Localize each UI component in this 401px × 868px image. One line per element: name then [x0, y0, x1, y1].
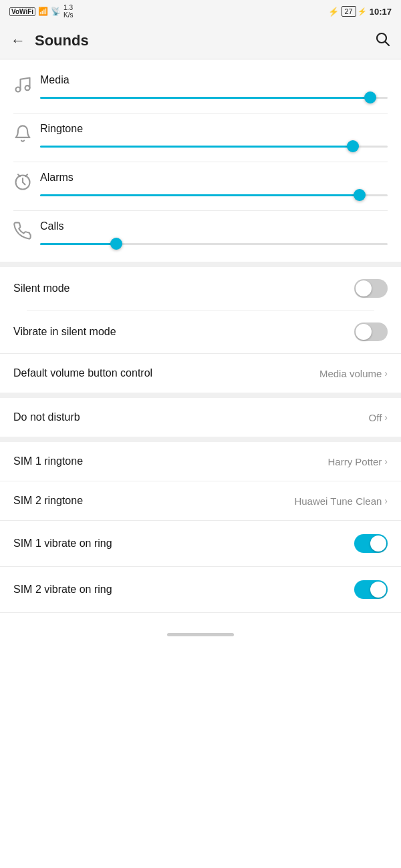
vibrate-silent-row[interactable]: Vibrate in silent mode — [13, 310, 388, 353]
charging-icon: ⚡ — [358, 7, 367, 16]
back-button[interactable]: ← — [11, 32, 25, 49]
silent-mode-row[interactable]: Silent mode — [13, 267, 388, 310]
sim2-vibrate-row[interactable]: SIM 2 vibrate on ring — [0, 567, 401, 613]
sim2-vibrate-label: SIM 2 vibrate on ring — [13, 584, 112, 596]
sim2-ringtone-row[interactable]: SIM 2 ringtone Huawei Tune Clean › — [0, 481, 401, 521]
sim2-ringtone-label: SIM 2 ringtone — [13, 495, 83, 507]
media-volume-item: Media — [0, 65, 401, 113]
vibrate-silent-label: Vibrate in silent mode — [13, 326, 116, 338]
volume-section: Media Ringtone — [0, 59, 401, 262]
status-left: VoWiFi 📶 📡 1.3K/s — [9, 4, 74, 19]
do-not-disturb-row[interactable]: Do not disturb Off › — [0, 398, 401, 437]
page-title: Sounds — [35, 32, 374, 49]
volume-button-value: Media volume › — [319, 368, 388, 379]
music-note-icon — [13, 75, 40, 97]
do-not-disturb-label: Do not disturb — [13, 411, 80, 423]
svg-point-3 — [25, 85, 30, 90]
ringtone-label: Ringtone — [40, 123, 388, 135]
alarms-thumb[interactable] — [354, 189, 366, 201]
sim1-ringtone-label: SIM 1 ringtone — [13, 455, 83, 467]
battery-level: 27 — [342, 6, 356, 17]
home-bar — [167, 633, 234, 636]
signal-icon: 📶 — [38, 7, 48, 16]
status-right: ⚡ 27 ⚡ 10:17 — [328, 6, 392, 17]
search-icon — [374, 31, 390, 47]
section-divider-2 — [0, 393, 401, 398]
alarms-track — [40, 194, 388, 196]
chevron-icon-4: › — [384, 495, 388, 506]
ringtone-track — [40, 146, 388, 148]
silent-mode-thumb — [356, 280, 372, 296]
network-speed: 1.3K/s — [63, 4, 73, 19]
media-label: Media — [40, 74, 388, 86]
alarms-volume-item: Alarms — [0, 162, 401, 210]
battery-indicator: 27 ⚡ — [342, 6, 367, 17]
sim2-vibrate-toggle[interactable] — [354, 580, 388, 599]
alarms-label: Alarms — [40, 172, 388, 184]
alarms-fill — [40, 194, 360, 196]
ringtone-volume-content: Ringtone — [40, 123, 388, 152]
wifi-icon: 📡 — [51, 7, 61, 16]
clock-icon — [13, 173, 40, 194]
vibrate-silent-thumb — [356, 324, 372, 340]
ringtone-fill — [40, 146, 353, 148]
chevron-icon-2: › — [384, 412, 388, 423]
chevron-icon-1: › — [384, 368, 388, 379]
phone-icon — [13, 222, 40, 243]
sim1-ringtone-value: Harry Potter › — [327, 456, 388, 467]
sim1-vibrate-label: SIM 1 vibrate on ring — [13, 537, 112, 550]
media-fill — [40, 97, 370, 99]
alarms-volume-content: Alarms — [40, 172, 388, 201]
calls-label: Calls — [40, 220, 388, 232]
section-divider-1 — [0, 262, 401, 267]
media-track — [40, 97, 388, 99]
time-display: 10:17 — [370, 7, 392, 17]
vibrate-silent-toggle[interactable] — [354, 322, 388, 341]
bluetooth-icon: ⚡ — [328, 7, 339, 17]
svg-point-2 — [16, 87, 21, 92]
sim1-vibrate-thumb — [370, 535, 386, 552]
bell-icon — [13, 124, 40, 146]
search-button[interactable] — [374, 31, 390, 51]
volume-button-label: Default volume button control — [13, 367, 152, 379]
home-indicator — [0, 613, 401, 642]
calls-volume-content: Calls — [40, 220, 388, 250]
sim1-ringtone-value-text: Harry Potter — [327, 456, 382, 467]
sim1-vibrate-row[interactable]: SIM 1 vibrate on ring — [0, 521, 401, 567]
do-not-disturb-value-text: Off — [369, 412, 382, 423]
sim1-vibrate-toggle[interactable] — [354, 534, 388, 553]
status-bar: VoWiFi 📶 📡 1.3K/s ⚡ 27 ⚡ 10:17 — [0, 0, 401, 23]
sim2-vibrate-thumb — [370, 582, 386, 598]
svg-line-1 — [386, 42, 390, 46]
header: ← Sounds — [0, 23, 401, 59]
sim2-ringtone-value-text: Huawei Tune Clean — [294, 495, 382, 507]
media-thumb[interactable] — [364, 91, 376, 103]
calls-track — [40, 243, 388, 245]
silent-mode-label: Silent mode — [13, 282, 70, 294]
calls-slider[interactable] — [40, 238, 388, 250]
calls-volume-item: Calls — [0, 211, 401, 259]
section-divider-3 — [0, 437, 401, 442]
media-volume-content: Media — [40, 74, 388, 103]
chevron-icon-3: › — [384, 456, 388, 467]
ringtone-thumb[interactable] — [347, 140, 359, 152]
toggles-section: Silent mode Vibrate in silent mode — [0, 267, 401, 353]
sim1-ringtone-row[interactable]: SIM 1 ringtone Harry Potter › — [0, 442, 401, 481]
ringtone-volume-item: Ringtone — [0, 114, 401, 162]
alarms-slider[interactable] — [40, 189, 388, 201]
volume-button-control-row[interactable]: Default volume button control Media volu… — [0, 354, 401, 393]
silent-mode-toggle[interactable] — [354, 279, 388, 298]
sim2-ringtone-value: Huawei Tune Clean › — [294, 495, 388, 507]
vowifi-icon: VoWiFi — [9, 7, 35, 16]
do-not-disturb-value: Off › — [369, 412, 388, 423]
ringtone-slider[interactable] — [40, 140, 388, 152]
media-slider[interactable] — [40, 91, 388, 103]
calls-thumb[interactable] — [110, 238, 122, 250]
volume-button-value-text: Media volume — [319, 368, 382, 379]
calls-fill — [40, 243, 116, 245]
